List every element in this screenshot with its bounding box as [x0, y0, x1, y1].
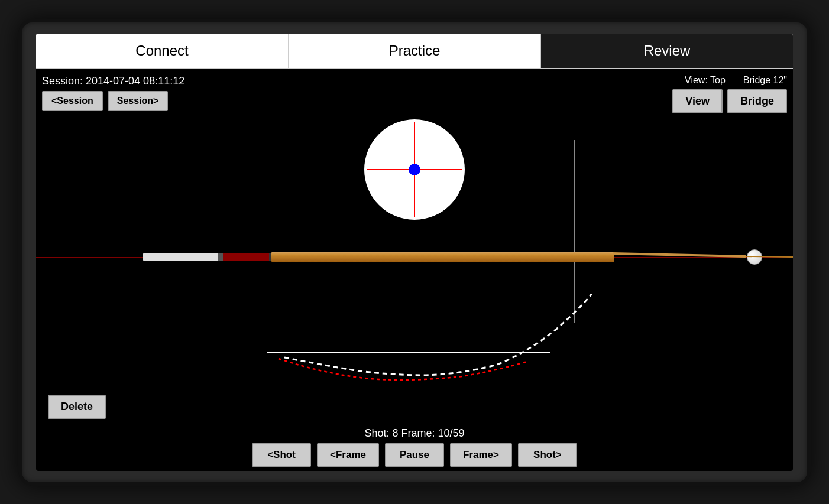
bridge-label: Bridge 12" [743, 75, 787, 86]
next-session-button[interactable]: Session> [108, 91, 169, 111]
top-right-buttons: View Bridge [672, 89, 787, 113]
prev-frame-button[interactable]: <Frame [317, 443, 379, 467]
top-right-controls: View: Top Bridge 12" View Bridge [672, 75, 787, 113]
svg-rect-8 [271, 252, 614, 262]
tablet-frame: Connect Practice Review Session: 2014-07… [18, 19, 811, 486]
svg-rect-4 [143, 253, 219, 261]
tab-review[interactable]: Review [541, 34, 793, 68]
prev-shot-button[interactable]: <Shot [252, 443, 311, 467]
target-circle [361, 116, 468, 223]
tab-review-label: Review [644, 43, 691, 59]
svg-rect-6 [223, 253, 270, 261]
tab-practice-label: Practice [389, 43, 441, 59]
pause-button[interactable]: Pause [385, 443, 444, 467]
playback-controls: <Shot <Frame Pause Frame> Shot> [252, 443, 577, 467]
trajectory-dots-svg [36, 294, 793, 412]
shot-info: Shot: 8 Frame: 10/59 [364, 427, 464, 440]
svg-line-10 [746, 256, 793, 257]
prev-session-button[interactable]: <Session [42, 91, 103, 111]
view-button[interactable]: View [672, 89, 723, 113]
delete-button[interactable]: Delete [48, 395, 106, 419]
tab-connect-label: Connect [135, 43, 188, 59]
session-buttons: <Session Session> [42, 91, 184, 111]
bottom-bar: Shot: 8 Frame: 10/59 <Shot <Frame Pause … [36, 424, 793, 471]
cue-stick-svg [36, 249, 793, 265]
tab-practice[interactable]: Practice [289, 34, 541, 68]
top-right-labels: View: Top Bridge 12" [685, 75, 787, 86]
view-label: View: Top [685, 75, 726, 86]
next-shot-button[interactable]: Shot> [518, 443, 577, 467]
bridge-button[interactable]: Bridge [727, 89, 787, 113]
svg-point-3 [409, 164, 420, 175]
tab-connect[interactable]: Connect [36, 34, 289, 68]
session-label: Session: 2014-07-04 08:11:12 [42, 75, 184, 87]
tab-bar: Connect Practice Review [36, 34, 793, 69]
top-info: Session: 2014-07-04 08:11:12 <Session Se… [42, 75, 184, 111]
svg-line-9 [613, 253, 746, 256]
main-content: Session: 2014-07-04 08:11:12 <Session Se… [36, 69, 793, 471]
screen: Connect Practice Review Session: 2014-07… [36, 34, 793, 471]
next-frame-button[interactable]: Frame> [450, 443, 512, 467]
